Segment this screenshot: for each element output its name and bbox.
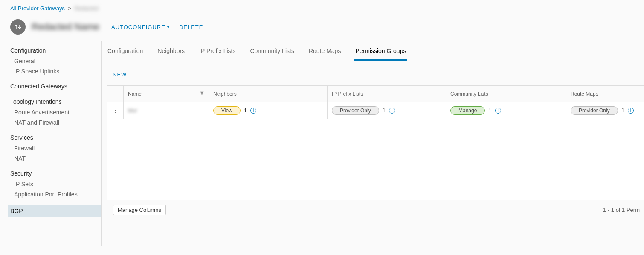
route-badge: Provider Only [571,106,618,115]
data-grid: Name Neighbors IP Prefix Lists Community… [107,85,644,220]
breadcrumb-current: Redacted [75,5,99,12]
row-actions-icon[interactable]: ⋮ [112,106,119,114]
info-icon[interactable]: i [495,108,501,114]
tab-ip-prefix-lists[interactable]: IP Prefix Lists [198,47,236,61]
table-row[interactable]: ⋮ blur View 1 i Provider Only 1 [107,102,644,119]
autoconfigure-button[interactable]: AUTOCONFIGURE ▾ [110,21,171,33]
info-icon[interactable]: i [389,108,395,114]
column-header-community-lists[interactable]: Community Lists [450,91,488,97]
sidebar-item-app-port-profiles[interactable]: Application Port Profiles [10,189,101,199]
column-header-name[interactable]: Name [128,91,196,97]
neighbors-count: 1 [244,107,247,114]
column-header-ip-prefix-lists[interactable]: IP Prefix Lists [332,91,363,97]
neighbors-badge: View [213,106,241,115]
community-badge: Manage [450,106,485,115]
sidebar-item-route-advertisement[interactable]: Route Advertisement [10,107,101,117]
filter-icon[interactable] [200,91,204,97]
prefix-badge: Provider Only [332,106,379,115]
tab-route-maps[interactable]: Route Maps [308,47,342,61]
gateway-icon [10,19,26,35]
community-count: 1 [488,107,491,114]
sidebar-item-bgp[interactable]: BGP [8,205,101,217]
sidebar-item-nat[interactable]: NAT [10,153,101,164]
sidebar-section-topology-intentions[interactable]: Topology Intentions [10,96,101,107]
breadcrumb: All Provider Gateways > Redacted [10,5,644,12]
tab-permission-groups[interactable]: Permission Groups [354,47,407,61]
sidebar-item-ip-sets[interactable]: IP Sets [10,179,101,189]
breadcrumb-root-link[interactable]: All Provider Gateways [10,5,65,12]
sidebar-item-firewall[interactable]: Firewall [10,143,101,153]
sidebar-item-nat-and-firewall[interactable]: NAT and Firewall [10,117,101,128]
sidebar-item-ip-space-uplinks[interactable]: IP Space Uplinks [10,66,101,76]
row-name: blur [128,107,137,114]
sidebar-item-general[interactable]: General [10,56,101,66]
sidebar-section-connected-gateways[interactable]: Connected Gateways [10,81,101,92]
column-header-route-maps[interactable]: Route Maps [571,91,598,97]
column-header-neighbors[interactable]: Neighbors [213,91,237,97]
tabs: Configuration Neighbors IP Prefix Lists … [107,41,644,61]
tab-configuration[interactable]: Configuration [107,47,144,61]
info-icon[interactable]: i [628,108,634,114]
autoconfigure-label: AUTOCONFIGURE [111,24,165,30]
new-button[interactable]: NEW [113,71,127,78]
tab-community-lists[interactable]: Community Lists [249,47,295,61]
pager-text: 1 - 1 of 1 Perm [603,207,640,213]
sidebar-section-security[interactable]: Security [10,168,101,179]
grid-header: Name Neighbors IP Prefix Lists Community… [107,86,644,102]
sidebar: Configuration General IP Space Uplinks C… [10,41,102,246]
info-icon[interactable]: i [250,108,256,114]
breadcrumb-separator: > [68,5,72,12]
route-count: 1 [621,107,624,114]
manage-columns-button[interactable]: Manage Columns [113,205,166,215]
tab-neighbors[interactable]: Neighbors [157,47,186,61]
chevron-down-icon: ▾ [167,25,170,29]
delete-button[interactable]: DELETE [177,21,205,33]
gateway-name: Redacted Name [32,21,99,32]
sidebar-section-services[interactable]: Services [10,132,101,143]
prefix-count: 1 [383,107,386,114]
sidebar-section-configuration[interactable]: Configuration [10,45,101,56]
